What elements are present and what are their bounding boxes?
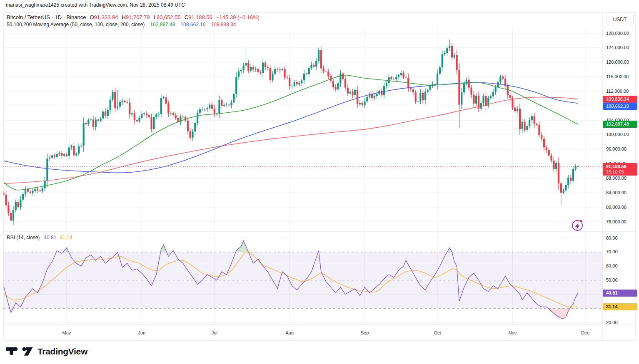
rsi-ma-value: 31.14 bbox=[60, 235, 72, 240]
ma-legend: 50,100,200 Moving Average (50, close, 10… bbox=[7, 22, 236, 27]
symbol-legend: Bitcoin / TetherUS · 1D · BinanceO91,333… bbox=[7, 14, 260, 20]
currency-usdt-button[interactable]: USDT bbox=[606, 14, 634, 25]
lightning-icon[interactable] bbox=[572, 220, 583, 230]
high-value: 91,707.79 bbox=[126, 14, 150, 20]
rsi-title: RSI (14, close) bbox=[7, 235, 40, 240]
open-label: O bbox=[90, 14, 94, 20]
low-label: L bbox=[154, 14, 157, 20]
ma200-value: 109,838.34 bbox=[211, 22, 236, 27]
rsi-legend: RSI (14, close)40.8131.14 bbox=[7, 235, 72, 240]
tradingview-logo-icon bbox=[6, 346, 34, 357]
high-label: H bbox=[122, 14, 125, 20]
ma-title: 50,100,200 Moving Average (50, close, 10… bbox=[7, 22, 145, 27]
ma100-value: 108,662.10 bbox=[180, 22, 205, 27]
tradingview-logo: TradingView bbox=[6, 346, 87, 357]
close-label: C bbox=[185, 14, 188, 20]
low-value: 90,652.55 bbox=[157, 14, 181, 20]
rsi-value: 40.81 bbox=[44, 235, 56, 240]
attribution-text: manasi_waghmare1425 created with Trading… bbox=[6, 2, 185, 8]
price-chart-canvas[interactable] bbox=[0, 0, 639, 364]
close-value: 91,188.56 bbox=[188, 14, 212, 20]
ma50-value: 102,887.48 bbox=[150, 22, 175, 27]
symbol-title: Bitcoin / TetherUS · 1D · Binance bbox=[7, 14, 86, 20]
change-value: −145.39 (−0.16%) bbox=[216, 14, 260, 20]
tradingview-logo-text: TradingView bbox=[37, 347, 87, 357]
open-value: 91,333.94 bbox=[94, 14, 118, 20]
